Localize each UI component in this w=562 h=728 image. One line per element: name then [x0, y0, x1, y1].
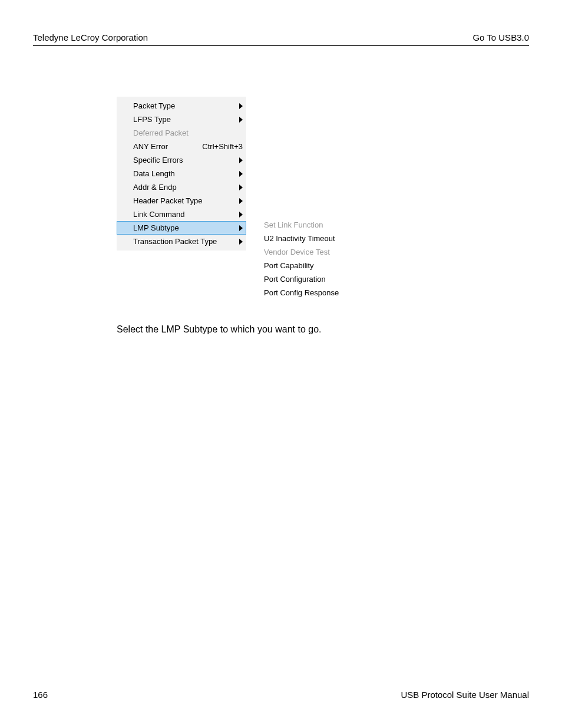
menu-item-deferred-packet: Deferred Packet — [117, 126, 246, 140]
header-right: Go To USB3.0 — [472, 32, 529, 42]
menu-label: Deferred Packet — [133, 129, 189, 137]
header-left: Teledyne LeCroy Corporation — [33, 32, 148, 42]
submenu-item-port-config-response[interactable]: Port Config Response — [259, 286, 371, 299]
menu-label: Header Packet Type — [133, 196, 203, 205]
menu-label: Packet Type — [133, 101, 175, 110]
page-footer: 166 USB Protocol Suite User Manual — [33, 690, 529, 700]
chevron-right-icon — [239, 239, 243, 245]
submenu-item-port-capability[interactable]: Port Capability — [259, 259, 371, 272]
chevron-right-icon — [239, 157, 243, 163]
menu-item-specific-errors[interactable]: Specific Errors — [117, 153, 246, 167]
submenu-label: Vendor Device Test — [264, 248, 330, 256]
menu-shortcut: Ctrl+Shift+3 — [202, 142, 243, 151]
menu-item-header-packet-type[interactable]: Header Packet Type — [117, 194, 246, 207]
page-number: 166 — [33, 690, 48, 700]
chevron-right-icon — [239, 171, 243, 177]
submenu-item-vendor-device-test: Vendor Device Test — [259, 245, 371, 259]
submenu-item-u2-inactivity-timeout[interactable]: U2 Inactivity Timeout — [259, 232, 371, 245]
menu-item-any-error[interactable]: ANY Error Ctrl+Shift+3 — [117, 140, 246, 153]
chevron-right-icon — [239, 198, 243, 204]
manual-title: USB Protocol Suite User Manual — [401, 690, 529, 700]
menu-item-lmp-subtype[interactable]: LMP Subtype — [117, 221, 246, 235]
chevron-right-icon — [239, 103, 243, 109]
submenu-label: Port Configuration — [264, 275, 326, 284]
chevron-right-icon — [239, 185, 243, 190]
menu-item-lfps-type[interactable]: LFPS Type — [117, 113, 246, 126]
chevron-right-icon — [239, 212, 243, 218]
menu-item-addr-endp[interactable]: Addr & Endp — [117, 180, 246, 194]
instruction-text: Select the LMP Subtype to which you want… — [117, 324, 321, 335]
submenu-item-port-configuration[interactable]: Port Configuration — [259, 272, 371, 286]
chevron-right-icon — [239, 225, 243, 231]
submenu-label: U2 Inactivity Timeout — [264, 234, 335, 243]
menu-item-packet-type[interactable]: Packet Type — [117, 99, 246, 113]
menu-item-transaction-packet-type[interactable]: Transaction Packet Type — [117, 235, 246, 248]
menu-label: Link Command — [133, 210, 184, 219]
menu-label: LFPS Type — [133, 115, 171, 124]
menu-item-link-command[interactable]: Link Command — [117, 207, 246, 221]
menu-label: Data Length — [133, 169, 175, 178]
menu-label: LMP Subtype — [133, 223, 179, 232]
submenu-label: Set Link Function — [264, 220, 323, 229]
lmp-subtype-submenu: Set Link Function U2 Inactivity Timeout … — [259, 217, 371, 301]
submenu-label: Port Config Response — [264, 288, 339, 297]
page-header: Teledyne LeCroy Corporation Go To USB3.0 — [33, 32, 529, 46]
menu-label: Addr & Endp — [133, 183, 177, 192]
chevron-right-icon — [239, 117, 243, 123]
menu-label: ANY Error — [133, 142, 168, 151]
menu-label: Transaction Packet Type — [133, 237, 217, 246]
menu-item-data-length[interactable]: Data Length — [117, 167, 246, 180]
submenu-label: Port Capability — [264, 261, 314, 270]
menu-label: Specific Errors — [133, 156, 183, 164]
menu-area: Packet Type LFPS Type Deferred Packet AN… — [117, 97, 371, 301]
submenu-item-set-link-function: Set Link Function — [259, 218, 371, 232]
main-context-menu: Packet Type LFPS Type Deferred Packet AN… — [117, 97, 246, 251]
